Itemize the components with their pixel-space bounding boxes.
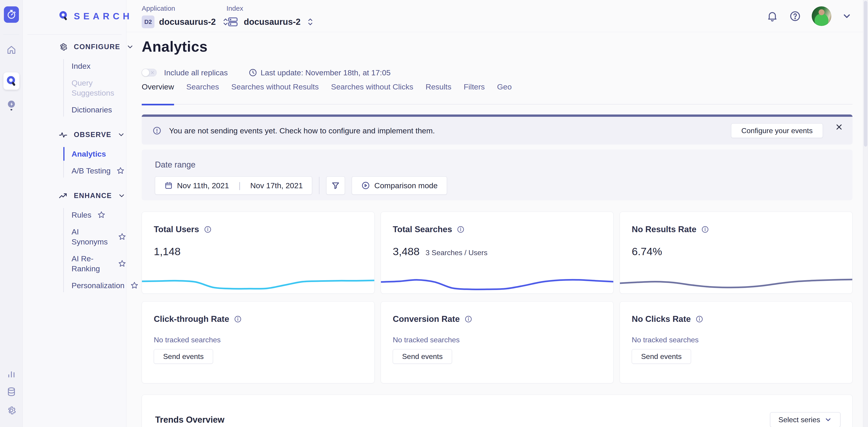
send-events-button[interactable]: Send events (154, 349, 213, 364)
card-value: 1,148 (154, 245, 181, 258)
gear-icon[interactable] (6, 405, 17, 416)
main-content: Analytics Include all replicas Last upda… (142, 0, 852, 427)
info-icon[interactable] (234, 315, 242, 323)
info-icon[interactable] (464, 315, 472, 323)
chevron-down-icon (118, 192, 126, 200)
last-update: Last update: November 18th, at 17:05 (248, 68, 391, 77)
tab-filters[interactable]: Filters (464, 83, 485, 91)
trends-overview-card: Trends Overview Select series (142, 395, 852, 427)
calendar-icon (164, 181, 173, 190)
sidebar-item-query-suggestions[interactable]: Query Suggestions (71, 78, 126, 98)
total-users-card: Total Users 1,148 (142, 212, 375, 294)
star-icon[interactable] (118, 233, 126, 241)
date-range-picker[interactable]: Nov 11th, 2021 | Nov 17th, 2021 (155, 176, 312, 195)
info-icon[interactable] (701, 225, 709, 233)
empty-state-text: No tracked searches (393, 336, 613, 344)
card-title: Conversion Rate (393, 314, 460, 324)
star-icon[interactable] (130, 281, 138, 290)
sidebar-item-personalization[interactable]: Personalization (71, 281, 126, 290)
tab-searches-without-clicks[interactable]: Searches without Clicks (331, 83, 413, 91)
last-update-text: Last update: November 18th, at 17:05 (260, 68, 391, 77)
no-results-rate-card: No Results Rate 6.74% (620, 212, 852, 294)
rail-divider (3, 34, 19, 35)
section-header-enhance[interactable]: ENHANCE (23, 190, 126, 201)
send-events-button[interactable]: Send events (393, 349, 452, 364)
send-events-button[interactable]: Send events (632, 349, 691, 364)
date-end: Nov 17th, 2021 (250, 181, 303, 190)
section-label: ENHANCE (74, 192, 112, 200)
date-range-label: Date range (155, 160, 852, 170)
no-results-rate-sparkline (620, 259, 852, 293)
scrollbar-thumb[interactable] (864, 1, 867, 146)
close-icon[interactable] (835, 123, 843, 131)
play-circle-icon (361, 181, 370, 190)
toggle-knob (142, 69, 149, 76)
metrics-row-2: Click-through Rate No tracked searches S… (142, 301, 852, 383)
filter-button[interactable] (326, 176, 345, 195)
date-range-panel: Date range Nov 11th, 2021 | Nov 17th, 20… (142, 150, 852, 200)
select-series-button[interactable]: Select series (770, 412, 840, 427)
star-icon[interactable] (118, 260, 126, 268)
search-icon[interactable] (3, 72, 19, 90)
product-logo[interactable]: SEARCH (58, 10, 133, 22)
sidebar-item-index[interactable]: Index (71, 61, 126, 71)
sidebar-item-ab-testing[interactable]: A/B Testing (71, 166, 126, 176)
funnel-icon (331, 181, 340, 190)
tab-searches-without-results[interactable]: Searches without Results (231, 83, 319, 91)
include-replicas-toggle[interactable] (142, 69, 157, 76)
card-note: 3 Searches / Users (426, 249, 488, 257)
bar-chart-icon[interactable] (6, 368, 17, 379)
total-searches-card: Total Searches 3,488 3 Searches / Users (381, 212, 614, 294)
card-value: 3,488 (393, 245, 420, 258)
info-icon (152, 126, 162, 135)
info-icon[interactable] (457, 225, 465, 233)
sidebar-item-label: Index (71, 61, 90, 71)
conversion-rate-card: Conversion Rate No tracked searches Send… (381, 301, 614, 383)
controls-divider (319, 177, 319, 194)
tab-geo[interactable]: Geo (497, 83, 512, 91)
toggle-off-x-icon (150, 70, 155, 75)
sidebar-item-ai-re-ranking[interactable]: AI Re-Ranking (71, 254, 126, 273)
tab-overview[interactable]: Overview (142, 83, 174, 91)
page-title: Analytics (142, 38, 208, 55)
star-icon[interactable] (97, 211, 105, 219)
sidebar-item-label: AI Re-Ranking (71, 254, 112, 273)
chevron-down-icon (126, 43, 134, 51)
sidebar-item-label: Query Suggestions (71, 78, 126, 98)
sidebar-item-analytics[interactable]: Analytics (71, 149, 126, 159)
sidebar-item-rules[interactable]: Rules (71, 210, 126, 220)
clock-icon (248, 68, 257, 77)
info-icon[interactable] (695, 315, 704, 323)
comparison-mode-label: Comparison mode (374, 181, 438, 190)
icon-rail (0, 0, 23, 427)
section-header-observe[interactable]: OBSERVE (23, 129, 126, 140)
comparison-mode-button[interactable]: Comparison mode (352, 176, 447, 195)
sidebar-item-label: A/B Testing (71, 166, 111, 176)
tab-results[interactable]: Results (426, 83, 451, 91)
sidebar-item-label: AI Synonyms (71, 227, 112, 247)
timer-icon[interactable] (4, 6, 19, 23)
star-icon[interactable] (116, 167, 125, 175)
nav-section-enhance: ENHANCE Rules AI Synonyms (23, 190, 126, 292)
tab-searches[interactable]: Searches (186, 83, 219, 91)
card-value: 6.74% (632, 245, 662, 258)
analytics-meta-row: Include all replicas Last update: Novemb… (142, 67, 391, 78)
card-title: No Results Rate (632, 225, 696, 234)
pulse-icon (58, 130, 68, 139)
sidebar-item-ai-synonyms[interactable]: AI Synonyms (71, 227, 126, 247)
click-through-rate-card: Click-through Rate No tracked searches S… (142, 301, 375, 383)
metrics-row-1: Total Users 1,148 Total Searches 3,488 (142, 212, 852, 294)
configure-events-button[interactable]: Configure your events (731, 123, 823, 138)
vertical-scrollbar[interactable] (863, 0, 868, 427)
trends-title: Trends Overview (155, 415, 224, 425)
home-icon[interactable] (6, 44, 17, 55)
info-icon[interactable] (204, 225, 212, 233)
total-searches-sparkline (381, 259, 613, 293)
lightbulb-bolt-icon[interactable] (6, 100, 17, 111)
sidebar-item-dictionaries[interactable]: Dictionaries (71, 105, 126, 115)
database-icon[interactable] (6, 387, 17, 397)
analytics-tabs: Overview Searches Searches without Resul… (142, 83, 852, 104)
section-header-configure[interactable]: CONFIGURE (23, 41, 126, 52)
card-title: Total Searches (393, 225, 452, 234)
empty-state-text: No tracked searches (632, 336, 852, 344)
